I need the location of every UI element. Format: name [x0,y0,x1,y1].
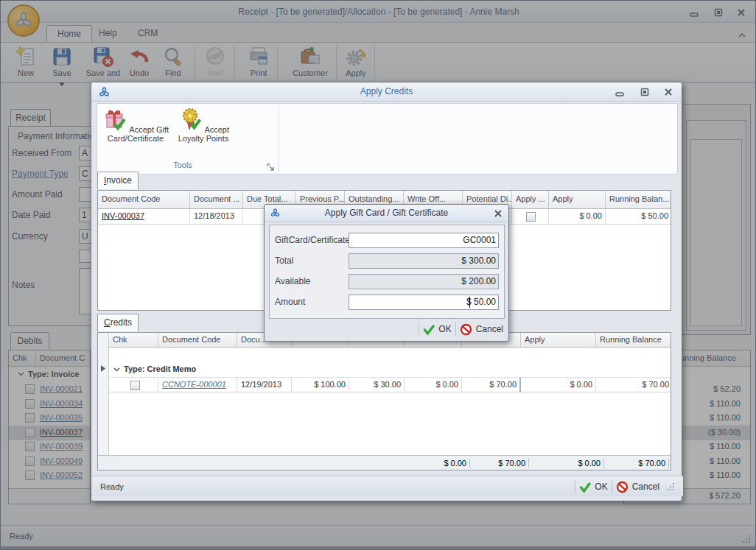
row-selector-column [98,333,109,470]
total-cell: $ 0.00 [532,459,604,468]
apply-credits-titlebar[interactable]: Apply Credits [91,82,682,102]
restore-icon [639,86,651,98]
dialog-close-button[interactable] [660,86,676,98]
divider [575,480,575,493]
gift-close-button[interactable] [490,208,506,219]
group-separator [279,105,279,172]
giftcard-label: GiftCard/Certificate [275,235,350,245]
invoice-apply-chk-cell [512,209,549,224]
tab-invoice[interactable]: Invoice [97,172,139,189]
accept-loyalty-button[interactable]: Accept Loyalty Points [171,106,236,159]
dialog-launcher-icon [267,163,275,172]
dialog-logo-icon [98,86,111,99]
chevron-down-icon [113,367,120,372]
amount-label: Amount [275,297,305,307]
total-label: Total [275,255,293,266]
invoice-date-cell: 12/18/2013 [190,209,243,224]
ok-check-icon [579,482,591,493]
total-cell: $ 0.00 [416,459,470,468]
col-apply-chk[interactable]: Apply ... [512,191,549,208]
credits-group-label: Type: Credit Memo [124,364,196,373]
total-cell: $ 70.00 [473,459,529,468]
credits-balance-cell: $ 70.00 [596,378,671,392]
credits-cell: $ 0.00 [405,378,462,392]
credit-checkbox[interactable] [130,381,140,390]
cancel-label: Cancel [632,482,659,492]
credits-apply-cell: $ 0.00 [521,378,596,392]
gift-card-dialog: Apply Gift Card / Gift Certificate GiftC… [264,204,509,342]
tab-credits[interactable]: Credits [97,314,139,331]
dialog-restore-button[interactable] [637,86,653,98]
available-field: $ 200.00 [349,274,499,289]
gift-card-icon [102,107,127,133]
credits-tab-label: redits [111,317,132,328]
text-caret [469,297,470,308]
tools-dialog-launcher[interactable] [267,161,275,174]
credits-accel: C [104,317,111,328]
total-cell: $ 70.00 [607,459,669,468]
ok-button[interactable]: OK [579,482,607,493]
col-chk[interactable]: Chk [109,333,158,347]
available-label: Available [275,276,310,286]
accept-gift-card-button[interactable]: Accept Gift Card/Certificate [102,106,169,159]
gift-dialog-title: Apply Gift Card / Gift Certificate [265,205,508,222]
divider [612,480,612,493]
gift-dialog-titlebar[interactable]: Apply Gift Card / Gift Certificate [265,205,508,222]
loyalty-points-icon [178,107,203,133]
dialog-actions: OK Cancel [575,479,676,494]
credits-date-cell: 12/19/2013 [237,378,292,392]
tools-ribbon: Accept Gift Card/Certificate Accept Loya… [97,103,678,174]
gift-cancel-button[interactable]: Cancel [460,323,503,336]
dialog-logo-icon [270,208,281,219]
credits-table: Chk Document Code Docu... Apply Running … [97,332,671,470]
apply-credits-title: Apply Credits [91,82,682,101]
credits-cell: $ 70.00 [462,378,521,392]
col-document-code[interactable]: Document Code [98,191,190,208]
dialog-minimize-button[interactable] [612,86,628,98]
credit-document-link[interactable]: CCNOTE-000001 [162,380,226,389]
tools-group-label: Tools [97,161,268,169]
col-running-balance[interactable]: Running Balan... [606,191,671,208]
credits-row[interactable]: CCNOTE-000001 12/19/2013 $ 100.00 $ 30.0… [109,377,671,392]
gift-ok-button[interactable]: OK [423,324,451,335]
gift-dialog-actions: OK Cancel [419,322,503,336]
close-icon [492,208,504,219]
ok-check-icon [423,324,435,335]
credits-code-cell[interactable]: CCNOTE-000001 [158,378,237,392]
invoice-balance-cell: $ 50.00 [606,209,671,224]
cancel-button[interactable]: Cancel [616,481,659,493]
application-window: Receipt - [To be generated]/Allocation -… [0,0,756,550]
col-running-balance[interactable]: Running Balance [596,333,671,347]
divider [455,322,456,336]
credits-group-row[interactable]: Type: Credit Memo [109,362,671,377]
row-selector-arrow [101,365,105,372]
minimize-icon [614,86,626,98]
invoice-tab-label: nvoice [106,175,132,186]
cancel-icon [460,323,472,336]
giftcard-field[interactable]: GC0001 [349,233,499,248]
col-apply[interactable]: Apply [521,333,596,347]
divider [419,322,419,336]
dialog-status-text: Ready [100,482,124,491]
apply-credits-status-bar: Ready OK Cancel [91,476,683,496]
cancel-icon [616,481,629,493]
gift-dialog-body: GiftCard/Certificate GC0001 Total $ 300.… [269,225,505,319]
credits-chk-cell [109,378,158,392]
invoice-document-link[interactable]: INV-000037 [102,211,144,220]
gift-ok-label: OK [438,324,451,334]
gift-cancel-label: Cancel [476,324,503,334]
gift-dialog-buttonbar: OK Cancel [269,320,505,339]
col-apply[interactable]: Apply [549,191,606,208]
ok-label: OK [595,482,607,492]
credits-cell: $ 100.00 [292,378,349,392]
dialog-resize-grip[interactable] [666,482,676,492]
credits-totals-row: $ 0.00 $ 70.00 $ 0.00 $ 70.00 [98,455,671,470]
close-icon [662,86,674,98]
apply-checkbox[interactable] [526,212,536,222]
credits-cell: $ 30.00 [349,378,405,392]
invoice-code-cell[interactable]: INV-000037 [98,209,190,224]
total-field: $ 300.00 [349,253,499,269]
col-document-date[interactable]: Document ... [190,191,243,208]
col-document-code[interactable]: Document Code [158,333,237,347]
amount-field[interactable]: $ 50.00 [349,295,499,310]
